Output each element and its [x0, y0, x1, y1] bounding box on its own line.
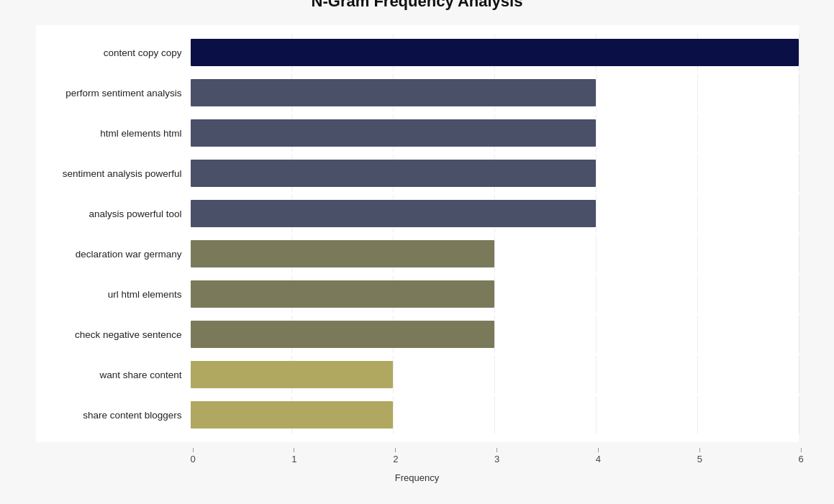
- bar-track: [191, 195, 799, 232]
- x-tick: 0: [191, 448, 196, 464]
- x-axis-container: 0123456: [36, 448, 799, 469]
- bar-fill: [191, 240, 495, 267]
- bar-track: [191, 34, 799, 71]
- x-tick: 3: [494, 448, 499, 464]
- x-tick-line: [699, 448, 700, 452]
- bar-track: [191, 275, 799, 313]
- bar-row: sentiment analysis powerful: [36, 155, 799, 192]
- x-tick: 1: [291, 448, 296, 464]
- x-tick-line: [395, 448, 396, 452]
- bar-fill: [191, 321, 495, 348]
- bar-fill: [191, 200, 596, 227]
- chart-container: N-Gram Frequency Analysis content copy c…: [22, 0, 813, 504]
- bar-row: check negative sentence: [36, 316, 799, 353]
- bar-label: share content bloggers: [36, 410, 191, 421]
- bar-fill: [191, 401, 394, 429]
- bar-row: share content bloggers: [36, 396, 799, 434]
- x-tick-line: [598, 448, 599, 452]
- bar-track: [191, 114, 799, 152]
- bar-fill: [191, 79, 596, 106]
- x-tick: 5: [697, 448, 702, 464]
- bar-row: declaration war germany: [36, 235, 799, 272]
- x-tick-label: 2: [393, 454, 398, 464]
- x-tick-label: 0: [191, 454, 196, 464]
- bar-row: perform sentiment analysis: [36, 74, 799, 111]
- bar-track: [191, 235, 799, 272]
- bar-label: sentiment analysis powerful: [36, 168, 191, 179]
- x-tick-label: 3: [494, 454, 499, 464]
- bar-track: [191, 316, 799, 353]
- x-tick: 2: [393, 448, 398, 464]
- bar-fill: [191, 361, 394, 388]
- bar-label: content copy copy: [36, 47, 191, 58]
- bar-label: perform sentiment analysis: [36, 88, 191, 98]
- x-tick-line: [497, 448, 497, 452]
- x-tick-label: 4: [596, 454, 601, 464]
- bar-track: [191, 155, 799, 192]
- chart-area: content copy copyperform sentiment analy…: [36, 25, 799, 442]
- bar-fill: [191, 160, 596, 187]
- bar-label: html elements html: [36, 128, 191, 139]
- bar-label: analysis powerful tool: [36, 209, 191, 219]
- bar-row: url html elements: [36, 275, 799, 313]
- x-tick-line: [193, 448, 194, 452]
- chart-title: N-Gram Frequency Analysis: [36, 0, 799, 11]
- bar-track: [191, 396, 799, 434]
- bar-label: url html elements: [36, 289, 191, 300]
- bar-track: [191, 356, 799, 393]
- x-axis-title: Frequency: [36, 472, 799, 483]
- bar-label: want share content: [36, 370, 191, 380]
- x-tick-label: 5: [697, 454, 702, 464]
- bar-row: want share content: [36, 356, 799, 393]
- bar-row: content copy copy: [36, 34, 799, 71]
- x-tick: 6: [799, 448, 804, 464]
- bar-row: html elements html: [36, 114, 799, 152]
- x-axis-ticks: 0123456: [191, 448, 799, 469]
- bar-fill: [191, 280, 495, 308]
- x-tick-line: [294, 448, 294, 452]
- x-tick-line: [801, 448, 802, 452]
- bar-fill: [191, 39, 799, 66]
- bar-label: check negative sentence: [36, 329, 191, 340]
- bar-track: [191, 74, 799, 111]
- bar-fill: [191, 119, 596, 147]
- x-tick: 4: [596, 448, 601, 464]
- bar-label: declaration war germany: [36, 249, 191, 260]
- x-tick-label: 6: [799, 454, 804, 464]
- bar-row: analysis powerful tool: [36, 195, 799, 232]
- x-tick-label: 1: [291, 454, 296, 464]
